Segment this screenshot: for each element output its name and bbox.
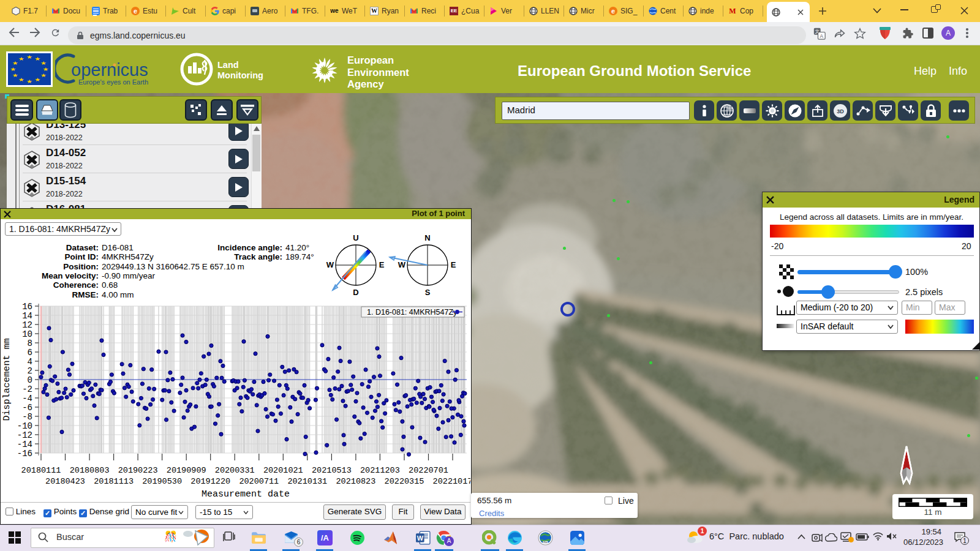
svg-text:-2: -2 — [22, 384, 32, 394]
svg-text:20210823: 20210823 — [336, 477, 375, 486]
svg-text:★: ★ — [10, 66, 16, 72]
svg-text:-14: -14 — [17, 440, 32, 449]
svg-text:0: 0 — [28, 375, 32, 385]
svg-text:Measurement date: Measurement date — [202, 489, 290, 500]
svg-text:★: ★ — [18, 56, 24, 61]
svg-text:16: 16 — [22, 302, 32, 312]
svg-text:Europe's eyes on Earth: Europe's eyes on Earth — [78, 78, 148, 86]
svg-text:★: ★ — [26, 78, 32, 84]
svg-text:★: ★ — [40, 72, 47, 78]
svg-text:-10: -10 — [17, 421, 32, 431]
svg-text:★: ★ — [43, 66, 49, 72]
svg-text:20180111: 20180111 — [21, 466, 61, 475]
svg-text:W: W — [417, 534, 424, 542]
svg-text:Pro: Pro — [544, 541, 548, 544]
svg-text:E: E — [379, 260, 385, 269]
svg-text:E: E — [451, 260, 456, 269]
svg-text:20180803: 20180803 — [70, 466, 110, 475]
svg-text:W: W — [326, 260, 334, 269]
svg-text:20200711: 20200711 — [239, 477, 279, 486]
svg-text:W: W — [398, 260, 406, 269]
svg-text:-8: -8 — [22, 412, 32, 422]
svg-text:20220701: 20220701 — [409, 466, 448, 475]
svg-text:-12: -12 — [17, 430, 32, 440]
svg-text:★: ★ — [34, 77, 40, 83]
svg-text:20190223: 20190223 — [118, 466, 158, 475]
svg-text:8: 8 — [28, 339, 32, 348]
svg-text:20210513: 20210513 — [312, 466, 352, 475]
svg-text:20221017: 20221017 — [433, 477, 470, 486]
svg-text:★: ★ — [26, 54, 32, 60]
svg-text:2: 2 — [28, 366, 32, 376]
svg-text:★: ★ — [34, 56, 40, 61]
svg-text:20191220: 20191220 — [190, 477, 230, 486]
svg-text:3D: 3D — [837, 108, 844, 114]
svg-text:N: N — [424, 233, 430, 242]
svg-text:20220315: 20220315 — [385, 477, 424, 486]
svg-text:20181113: 20181113 — [94, 477, 134, 486]
svg-text:6: 6 — [28, 348, 32, 358]
svg-text:-6: -6 — [22, 403, 32, 413]
svg-text:20211203: 20211203 — [360, 466, 400, 475]
svg-text:10: 10 — [22, 329, 32, 339]
svg-text:14: 14 — [22, 311, 32, 321]
svg-text:20180423: 20180423 — [45, 477, 85, 486]
svg-text:12: 12 — [22, 320, 32, 330]
svg-text:-4: -4 — [22, 394, 32, 403]
svg-text:20210131: 20210131 — [287, 477, 327, 486]
svg-text:20190530: 20190530 — [142, 477, 182, 486]
svg-text:U: U — [353, 233, 358, 242]
svg-text:-16: -16 — [17, 449, 32, 459]
svg-text:★: ★ — [18, 77, 24, 83]
svg-text:S: S — [425, 288, 431, 297]
svg-text:opernicus: opernicus — [71, 60, 148, 80]
svg-text:A: A — [820, 33, 824, 39]
svg-text:20200331: 20200331 — [215, 466, 255, 475]
svg-text:20190909: 20190909 — [167, 466, 206, 475]
svg-text:1. D16-081: 4MKRH547Zy: 1. D16-081: 4MKRH547Zy — [367, 308, 458, 317]
svg-text:★: ★ — [12, 60, 18, 66]
svg-text:★: ★ — [12, 72, 18, 78]
svg-text:D: D — [353, 288, 358, 297]
svg-text:4: 4 — [28, 357, 32, 367]
svg-text:Displacement mm: Displacement mm — [2, 338, 12, 421]
svg-text:20201021: 20201021 — [263, 466, 303, 475]
svg-text:★: ★ — [40, 60, 47, 66]
